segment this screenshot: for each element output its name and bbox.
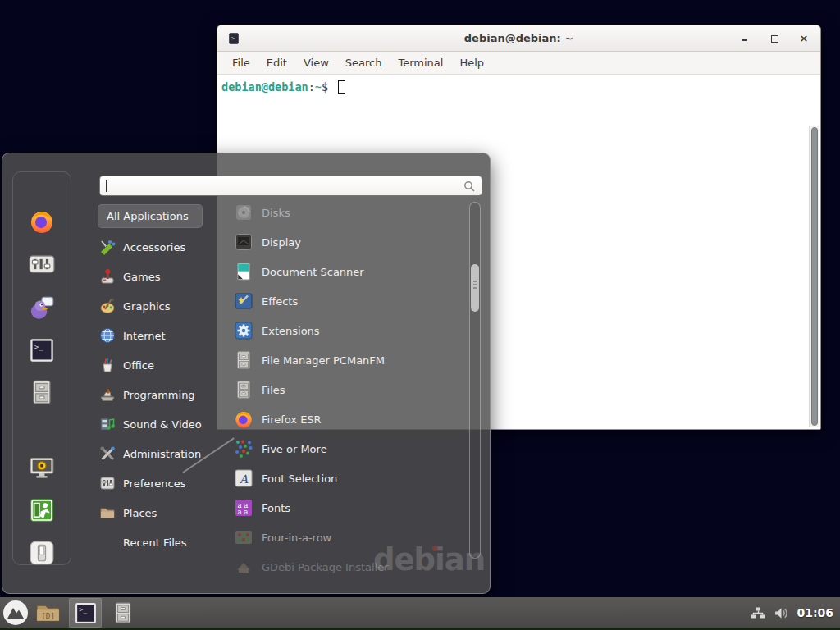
menu-logo-icon bbox=[2, 600, 29, 626]
app-item-firefox-esr[interactable]: Firefox ESR bbox=[234, 404, 468, 434]
display-icon bbox=[234, 232, 253, 252]
accessories-icon bbox=[99, 239, 116, 255]
category-administration[interactable]: Administration bbox=[98, 439, 229, 468]
files-icon bbox=[234, 380, 253, 399]
app-item-font-selection[interactable]: A Font Selection bbox=[234, 463, 468, 493]
lock-screen-button[interactable] bbox=[29, 454, 55, 481]
category-all-applications[interactable]: All Applications bbox=[98, 204, 203, 228]
app-item-files[interactable]: Files bbox=[234, 375, 468, 404]
app-item-document-scanner[interactable]: Document Scanner bbox=[234, 257, 468, 286]
pidgin-icon bbox=[29, 294, 55, 321]
administration-icon bbox=[99, 445, 116, 462]
svg-text:A: A bbox=[239, 472, 249, 486]
minimize-button[interactable] bbox=[740, 34, 750, 43]
terminal-titlebar[interactable]: > debian@debian: ~ × bbox=[217, 25, 820, 52]
menu-scrollbar-thumb[interactable] bbox=[471, 264, 479, 312]
category-preferences[interactable]: Preferences bbox=[98, 468, 229, 498]
menu-search[interactable]: Search bbox=[337, 52, 390, 75]
menu-terminal[interactable]: Terminal bbox=[390, 52, 451, 75]
file-manager-icon bbox=[234, 350, 253, 370]
app-item-file-manager-pcmanfm[interactable]: File Manager PCManFM bbox=[234, 345, 468, 375]
prompt-user-host: debian@debian bbox=[221, 80, 308, 94]
terminal-cursor bbox=[338, 80, 345, 94]
menu-scrollbar[interactable] bbox=[469, 202, 481, 559]
task-files[interactable] bbox=[107, 598, 139, 628]
category-games[interactable]: Games bbox=[98, 262, 229, 291]
app-item-display[interactable]: Display bbox=[234, 227, 468, 257]
category-list: All Applications Accessories Games bbox=[98, 204, 229, 557]
firefox-esr-icon bbox=[234, 409, 253, 429]
favorite-pidgin-button[interactable] bbox=[29, 294, 55, 321]
desktop-folder-launcher[interactable]: [D] bbox=[31, 597, 64, 628]
log-out-icon bbox=[29, 497, 55, 523]
programming-icon bbox=[99, 386, 116, 403]
task-terminal[interactable]: >_ bbox=[69, 598, 102, 628]
application-menu: debian bbox=[2, 153, 491, 594]
five-or-more-icon bbox=[234, 439, 253, 459]
prompt-separator: : bbox=[308, 80, 315, 94]
search-input[interactable] bbox=[99, 176, 482, 196]
games-icon bbox=[99, 268, 116, 285]
terminal-task-icon: >_ bbox=[74, 601, 98, 625]
search-icon bbox=[463, 180, 476, 193]
terminal-scrollbar-thumb[interactable] bbox=[811, 127, 818, 426]
category-office[interactable]: Office bbox=[98, 350, 229, 380]
network-icon[interactable] bbox=[750, 606, 766, 620]
terminal-window-title: debian@debian: ~ bbox=[217, 32, 820, 44]
category-graphics[interactable]: Graphics bbox=[98, 291, 229, 321]
category-places[interactable]: Places bbox=[98, 498, 229, 527]
settings-sliders-icon bbox=[29, 251, 55, 277]
app-item-five-or-more[interactable]: Five or More bbox=[234, 434, 468, 463]
favorite-settings-button[interactable] bbox=[29, 251, 55, 277]
extensions-icon bbox=[234, 321, 253, 340]
terminal-scrollbar[interactable] bbox=[809, 126, 819, 427]
clock[interactable]: 01:06 bbox=[797, 606, 833, 619]
close-button[interactable]: × bbox=[799, 34, 809, 43]
menu-view[interactable]: View bbox=[295, 52, 337, 75]
app-item-gdebi-package-installer[interactable]: GDebi Package Installer bbox=[234, 552, 468, 582]
app-item-fonts[interactable]: a a a a Fonts bbox=[234, 493, 468, 523]
svg-text:[D]: [D] bbox=[41, 610, 55, 619]
volume-icon[interactable] bbox=[774, 606, 789, 620]
terminal-icon: >_ bbox=[29, 337, 55, 363]
app-item-extensions[interactable]: Extensions bbox=[234, 316, 468, 345]
favorites-sidebar: >_ bbox=[12, 171, 71, 565]
maximize-button[interactable] bbox=[769, 34, 779, 43]
menu-button[interactable] bbox=[0, 597, 31, 628]
menu-edit[interactable]: Edit bbox=[258, 52, 295, 75]
app-item-four-in-a-row[interactable]: Four-in-a-row bbox=[234, 523, 468, 552]
svg-text:a a: a a bbox=[238, 508, 249, 516]
menu-file[interactable]: File bbox=[224, 52, 258, 75]
app-item-effects[interactable]: Effects bbox=[234, 286, 468, 316]
document-scanner-icon bbox=[234, 262, 253, 281]
preferences-icon bbox=[99, 475, 116, 491]
sound-video-icon bbox=[99, 416, 116, 432]
menu-help[interactable]: Help bbox=[451, 52, 492, 75]
four-in-a-row-icon bbox=[234, 527, 253, 547]
app-item-disks[interactable]: Disks bbox=[234, 198, 468, 227]
text-caret bbox=[106, 180, 107, 192]
log-out-button[interactable] bbox=[29, 497, 55, 523]
shut-down-button[interactable] bbox=[29, 540, 55, 566]
favorite-files-button[interactable] bbox=[29, 379, 55, 405]
category-programming[interactable]: Programming bbox=[98, 380, 229, 409]
places-folder-icon bbox=[99, 504, 116, 521]
internet-globe-icon bbox=[99, 327, 116, 344]
svg-text:>_: >_ bbox=[34, 343, 43, 351]
category-sound-video[interactable]: Sound & Video bbox=[98, 409, 229, 439]
favorite-terminal-button[interactable]: >_ bbox=[29, 337, 55, 363]
recent-files-spacer bbox=[99, 534, 116, 550]
files-task-icon bbox=[112, 601, 135, 624]
favorite-firefox-button[interactable] bbox=[29, 208, 55, 235]
application-list: Disks Display Document Scanner bbox=[234, 198, 468, 583]
disks-icon bbox=[234, 203, 253, 222]
prompt-path: ~ bbox=[315, 80, 322, 94]
category-recent-files[interactable]: Recent Files bbox=[98, 527, 229, 557]
category-accessories[interactable]: Accessories bbox=[98, 232, 229, 262]
desktop-folder-icon: [D] bbox=[35, 602, 61, 624]
firefox-icon bbox=[29, 208, 55, 235]
shell-prompt: debian@debian:~$ bbox=[221, 80, 345, 94]
terminal-menubar: File Edit View Search Terminal Help bbox=[217, 52, 820, 75]
file-cabinet-icon bbox=[29, 379, 55, 405]
category-internet[interactable]: Internet bbox=[98, 321, 229, 350]
